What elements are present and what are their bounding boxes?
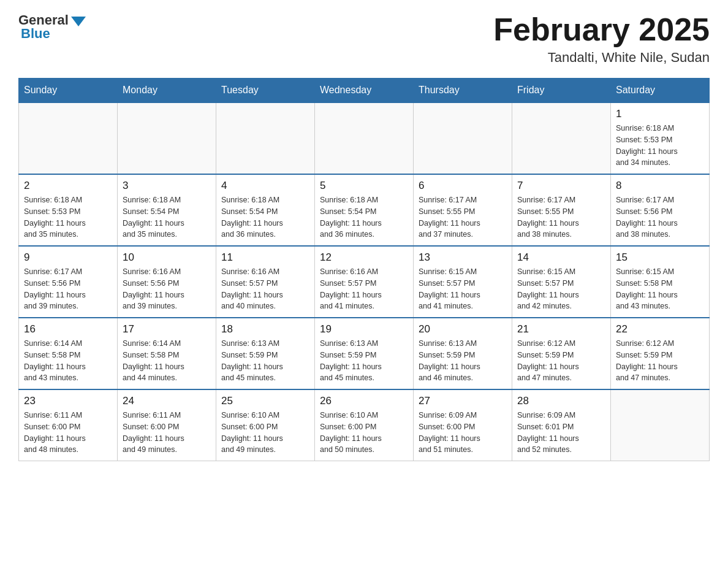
day-info: Sunrise: 6:12 AMSunset: 5:59 PMDaylight:… [517, 338, 605, 384]
day-header-wednesday: Wednesday [315, 79, 414, 103]
day-number: 22 [616, 323, 704, 335]
calendar-cell: 19Sunrise: 6:13 AMSunset: 5:59 PMDayligh… [315, 318, 414, 389]
day-number: 10 [123, 251, 211, 264]
day-info: Sunrise: 6:11 AMSunset: 6:00 PMDaylight:… [24, 410, 112, 456]
calendar-cell: 4Sunrise: 6:18 AMSunset: 5:54 PMDaylight… [216, 174, 315, 246]
day-info: Sunrise: 6:18 AMSunset: 5:53 PMDaylight:… [24, 194, 112, 240]
calendar-cell [315, 102, 414, 174]
day-info: Sunrise: 6:09 AMSunset: 6:00 PMDaylight:… [419, 410, 507, 456]
calendar-table: SundayMondayTuesdayWednesdayThursdayFrid… [18, 78, 710, 461]
day-number: 15 [616, 251, 704, 264]
day-number: 21 [517, 323, 605, 335]
calendar-cell: 2Sunrise: 6:18 AMSunset: 5:53 PMDaylight… [19, 174, 118, 246]
day-info: Sunrise: 6:17 AMSunset: 5:56 PMDaylight:… [24, 266, 112, 312]
calendar-cell: 23Sunrise: 6:11 AMSunset: 6:00 PMDayligh… [19, 389, 118, 461]
week-row-5: 23Sunrise: 6:11 AMSunset: 6:00 PMDayligh… [19, 389, 710, 461]
calendar-cell: 20Sunrise: 6:13 AMSunset: 5:59 PMDayligh… [414, 318, 512, 389]
day-info: Sunrise: 6:15 AMSunset: 5:57 PMDaylight:… [517, 266, 605, 312]
day-header-saturday: Saturday [611, 79, 710, 103]
calendar-cell [19, 102, 118, 174]
day-number: 12 [320, 251, 408, 264]
calendar-cell [611, 389, 710, 461]
day-header-thursday: Thursday [414, 79, 512, 103]
day-info: Sunrise: 6:18 AMSunset: 5:54 PMDaylight:… [221, 194, 309, 240]
calendar-header-row: SundayMondayTuesdayWednesdayThursdayFrid… [19, 79, 710, 103]
day-number: 11 [221, 251, 309, 264]
logo: General Blue [18, 12, 86, 42]
month-title: February 2025 [493, 12, 710, 47]
day-number: 13 [419, 251, 507, 264]
calendar-cell: 9Sunrise: 6:17 AMSunset: 5:56 PMDaylight… [19, 246, 118, 318]
day-info: Sunrise: 6:16 AMSunset: 5:56 PMDaylight:… [123, 266, 211, 312]
day-number: 6 [419, 180, 507, 192]
calendar-cell: 25Sunrise: 6:10 AMSunset: 6:00 PMDayligh… [216, 389, 315, 461]
day-info: Sunrise: 6:15 AMSunset: 5:58 PMDaylight:… [616, 266, 704, 312]
logo-arrow-icon [71, 17, 86, 26]
day-header-monday: Monday [118, 79, 216, 103]
day-info: Sunrise: 6:10 AMSunset: 6:00 PMDaylight:… [320, 410, 408, 456]
day-number: 20 [419, 323, 507, 335]
calendar-cell: 6Sunrise: 6:17 AMSunset: 5:55 PMDaylight… [414, 174, 512, 246]
day-number: 9 [24, 251, 112, 264]
day-info: Sunrise: 6:17 AMSunset: 5:55 PMDaylight:… [517, 194, 605, 240]
calendar-cell: 12Sunrise: 6:16 AMSunset: 5:57 PMDayligh… [315, 246, 414, 318]
day-number: 27 [419, 395, 507, 407]
day-info: Sunrise: 6:16 AMSunset: 5:57 PMDaylight:… [320, 266, 408, 312]
day-number: 5 [320, 180, 408, 192]
day-info: Sunrise: 6:17 AMSunset: 5:56 PMDaylight:… [616, 194, 704, 240]
calendar-cell: 24Sunrise: 6:11 AMSunset: 6:00 PMDayligh… [118, 389, 216, 461]
day-info: Sunrise: 6:11 AMSunset: 6:00 PMDaylight:… [123, 410, 211, 456]
day-info: Sunrise: 6:18 AMSunset: 5:54 PMDaylight:… [123, 194, 211, 240]
day-number: 3 [123, 180, 211, 192]
day-number: 1 [616, 108, 704, 120]
calendar-cell: 10Sunrise: 6:16 AMSunset: 5:56 PMDayligh… [118, 246, 216, 318]
calendar-cell: 15Sunrise: 6:15 AMSunset: 5:58 PMDayligh… [611, 246, 710, 318]
calendar-cell: 22Sunrise: 6:12 AMSunset: 5:59 PMDayligh… [611, 318, 710, 389]
week-row-2: 2Sunrise: 6:18 AMSunset: 5:53 PMDaylight… [19, 174, 710, 246]
calendar-cell: 26Sunrise: 6:10 AMSunset: 6:00 PMDayligh… [315, 389, 414, 461]
day-number: 17 [123, 323, 211, 335]
day-info: Sunrise: 6:10 AMSunset: 6:00 PMDaylight:… [221, 410, 309, 456]
day-number: 23 [24, 395, 112, 407]
calendar-cell: 28Sunrise: 6:09 AMSunset: 6:01 PMDayligh… [512, 389, 611, 461]
day-info: Sunrise: 6:16 AMSunset: 5:57 PMDaylight:… [221, 266, 309, 312]
day-info: Sunrise: 6:12 AMSunset: 5:59 PMDaylight:… [616, 338, 704, 384]
day-info: Sunrise: 6:13 AMSunset: 5:59 PMDaylight:… [320, 338, 408, 384]
page-header: General Blue February 2025 Tandalti, Whi… [18, 12, 710, 66]
calendar-cell: 5Sunrise: 6:18 AMSunset: 5:54 PMDaylight… [315, 174, 414, 246]
week-row-4: 16Sunrise: 6:14 AMSunset: 5:58 PMDayligh… [19, 318, 710, 389]
day-number: 2 [24, 180, 112, 192]
day-info: Sunrise: 6:18 AMSunset: 5:54 PMDaylight:… [320, 194, 408, 240]
day-info: Sunrise: 6:09 AMSunset: 6:01 PMDaylight:… [517, 410, 605, 456]
day-info: Sunrise: 6:14 AMSunset: 5:58 PMDaylight:… [24, 338, 112, 384]
calendar-cell: 1Sunrise: 6:18 AMSunset: 5:53 PMDaylight… [611, 102, 710, 174]
calendar-cell: 21Sunrise: 6:12 AMSunset: 5:59 PMDayligh… [512, 318, 611, 389]
location-title: Tandalti, White Nile, Sudan [493, 50, 710, 66]
day-info: Sunrise: 6:13 AMSunset: 5:59 PMDaylight:… [419, 338, 507, 384]
day-number: 24 [123, 395, 211, 407]
day-info: Sunrise: 6:17 AMSunset: 5:55 PMDaylight:… [419, 194, 507, 240]
calendar-cell [414, 102, 512, 174]
day-number: 4 [221, 180, 309, 192]
day-header-friday: Friday [512, 79, 611, 103]
calendar-cell: 11Sunrise: 6:16 AMSunset: 5:57 PMDayligh… [216, 246, 315, 318]
week-row-3: 9Sunrise: 6:17 AMSunset: 5:56 PMDaylight… [19, 246, 710, 318]
day-info: Sunrise: 6:15 AMSunset: 5:57 PMDaylight:… [419, 266, 507, 312]
day-number: 8 [616, 180, 704, 192]
calendar-cell: 3Sunrise: 6:18 AMSunset: 5:54 PMDaylight… [118, 174, 216, 246]
day-number: 16 [24, 323, 112, 335]
calendar-cell [512, 102, 611, 174]
calendar-cell [216, 102, 315, 174]
calendar-cell: 18Sunrise: 6:13 AMSunset: 5:59 PMDayligh… [216, 318, 315, 389]
day-number: 18 [221, 323, 309, 335]
day-info: Sunrise: 6:13 AMSunset: 5:59 PMDaylight:… [221, 338, 309, 384]
day-number: 26 [320, 395, 408, 407]
day-info: Sunrise: 6:18 AMSunset: 5:53 PMDaylight:… [616, 123, 704, 169]
day-number: 19 [320, 323, 408, 335]
day-header-tuesday: Tuesday [216, 79, 315, 103]
day-number: 28 [517, 395, 605, 407]
calendar-cell: 27Sunrise: 6:09 AMSunset: 6:00 PMDayligh… [414, 389, 512, 461]
calendar-cell: 8Sunrise: 6:17 AMSunset: 5:56 PMDaylight… [611, 174, 710, 246]
day-number: 7 [517, 180, 605, 192]
calendar-cell [118, 102, 216, 174]
